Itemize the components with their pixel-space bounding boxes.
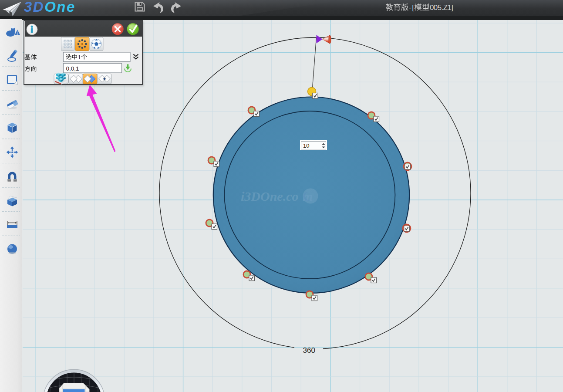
svg-text:360: 360: [303, 346, 315, 355]
svg-text:-: -: [409, 3, 411, 12]
svg-text:1: 1: [78, 54, 81, 61]
svg-text:0,0,1: 0,0,1: [66, 65, 79, 72]
svg-text:i3DOne.co: i3DOne.co: [241, 189, 298, 203]
svg-text:[: [: [412, 3, 414, 12]
svg-text:005.Z1]: 005.Z1]: [430, 3, 453, 12]
